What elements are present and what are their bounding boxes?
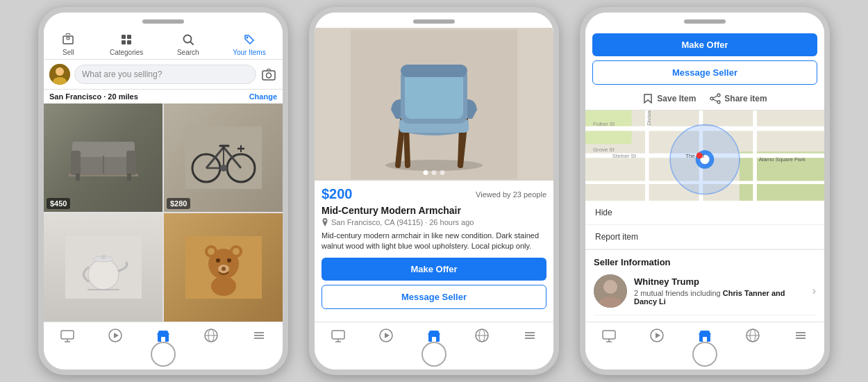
- bear-image: [164, 213, 283, 322]
- svg-point-89: [710, 97, 713, 100]
- menu-icon[interactable]: [250, 326, 268, 344]
- seller-section: Seller Information Whitney Trump: [585, 250, 824, 322]
- top-nav: Sell Categories: [44, 28, 283, 60]
- svg-rect-37: [101, 255, 106, 259]
- globe-icon[interactable]: [202, 326, 220, 344]
- nav-categories[interactable]: Categories: [110, 32, 143, 56]
- svg-text:Alamo Square Park: Alamo Square Park: [759, 156, 806, 163]
- play-icon[interactable]: [106, 326, 124, 344]
- svg-line-7: [190, 42, 193, 44]
- svg-text:Divisadero St: Divisadero St: [646, 110, 652, 126]
- svg-rect-56: [161, 337, 165, 342]
- make-offer-button-3[interactable]: Make Offer: [592, 33, 817, 56]
- save-item-label: Save Item: [657, 94, 696, 103]
- globe-icon-2[interactable]: [473, 326, 491, 344]
- nav-your-items-label: Your Items: [233, 49, 265, 56]
- save-share-row: Save Item Share item: [585, 88, 824, 110]
- report-button[interactable]: Report item: [585, 225, 824, 249]
- svg-marker-79: [385, 333, 390, 338]
- listing-bear[interactable]: [164, 213, 283, 322]
- phone-1: Sell Categories: [28, 3, 299, 379]
- nav-sell[interactable]: Sell: [60, 32, 76, 56]
- image-dots: [424, 170, 445, 175]
- nav-your-items[interactable]: Your Items: [233, 32, 265, 56]
- search-input[interactable]: What are you selling?: [74, 65, 256, 84]
- menu-icon-2[interactable]: [521, 326, 539, 344]
- make-offer-button[interactable]: Make Offer: [322, 258, 546, 281]
- phone-frame-3: Make Offer Message Seller Save Item: [580, 7, 830, 375]
- user-avatar: [49, 64, 70, 85]
- home-button-1[interactable]: [151, 342, 176, 367]
- product-location: San Francisco, CA (94115) · 26 hours ago: [331, 218, 474, 226]
- listing-bike[interactable]: $280: [164, 103, 283, 212]
- svg-rect-17: [71, 151, 81, 175]
- svg-line-92: [713, 99, 717, 101]
- message-seller-button-3[interactable]: Message Seller: [592, 60, 817, 85]
- sofa-price: $450: [47, 198, 70, 209]
- svg-point-113: [603, 280, 617, 294]
- svg-rect-20: [76, 174, 80, 181]
- search-bar: What are you selling?: [44, 60, 283, 90]
- your-items-icon: [242, 32, 257, 47]
- share-item-label: Share item: [724, 94, 767, 103]
- svg-point-74: [324, 219, 326, 222]
- phone-frame-1: Sell Categories: [38, 7, 288, 375]
- listing-sofa[interactable]: $450: [44, 103, 162, 212]
- svg-point-48: [222, 267, 226, 271]
- svg-point-13: [267, 73, 272, 78]
- product-info: $200 Viewed by 23 people Mid-Century Mod…: [315, 181, 553, 322]
- dot-2: [432, 170, 437, 175]
- home-button-3[interactable]: [692, 342, 717, 367]
- sofa-image: [44, 103, 162, 212]
- svg-point-35: [88, 259, 119, 290]
- svg-rect-12: [262, 71, 275, 80]
- tv-icon[interactable]: [58, 326, 76, 344]
- nav-search[interactable]: Search: [177, 32, 199, 56]
- seller-section-title: Seller Information: [594, 257, 816, 267]
- save-item-button[interactable]: Save Item: [642, 93, 696, 104]
- product-image-area: [315, 28, 553, 181]
- share-item-button[interactable]: Share item: [710, 93, 767, 104]
- nav-search-label: Search: [177, 49, 199, 56]
- svg-point-109: [696, 153, 703, 159]
- tv-icon-3[interactable]: [600, 326, 618, 344]
- home-button-2[interactable]: [422, 342, 446, 367]
- svg-line-67: [406, 127, 408, 165]
- nav-sell-label: Sell: [62, 49, 74, 56]
- message-seller-button[interactable]: Message Seller: [322, 285, 546, 309]
- nav-categories-label: Categories: [110, 49, 143, 56]
- map-area[interactable]: Fulton St Grove St Divisadero St The Mil…: [585, 110, 824, 201]
- svg-text:Grove St: Grove St: [593, 147, 615, 153]
- svg-point-44: [233, 248, 240, 255]
- svg-point-43: [208, 248, 215, 255]
- dot-1: [424, 170, 428, 175]
- menu-icon-3[interactable]: [792, 326, 810, 344]
- phone-frame-2: $200 Viewed by 23 people Mid-Century Mod…: [309, 7, 559, 375]
- svg-rect-50: [61, 331, 74, 339]
- svg-point-1: [67, 37, 69, 40]
- listing-kettle[interactable]: [44, 213, 162, 322]
- product-description: Mid-century modern armchair in like new …: [322, 231, 546, 252]
- play-icon-3[interactable]: [648, 326, 666, 344]
- chair-image: [315, 28, 553, 181]
- svg-point-90: [717, 101, 720, 103]
- bike-price: $280: [167, 198, 190, 209]
- svg-line-68: [460, 127, 462, 165]
- change-button[interactable]: Change: [249, 92, 277, 101]
- seller-chevron-icon[interactable]: ›: [812, 285, 816, 297]
- seller-row: Whitney Trump 2 mutual friends including…: [594, 274, 816, 308]
- svg-marker-119: [656, 333, 660, 338]
- globe-icon-3[interactable]: [744, 326, 762, 344]
- seller-avatar: [594, 274, 627, 308]
- hide-button[interactable]: Hide: [585, 201, 824, 225]
- play-icon-2[interactable]: [377, 326, 395, 344]
- hide-report-section: Hide Report item: [585, 201, 824, 250]
- svg-text:Steiner St: Steiner St: [612, 153, 637, 159]
- svg-rect-16: [72, 142, 135, 157]
- svg-point-49: [211, 276, 236, 296]
- tv-icon-2[interactable]: [329, 326, 347, 344]
- svg-line-91: [713, 96, 717, 98]
- seller-name: Whitney Trump: [634, 276, 806, 287]
- action-buttons-area: Make Offer Message Seller: [585, 28, 824, 88]
- camera-button[interactable]: [260, 66, 277, 83]
